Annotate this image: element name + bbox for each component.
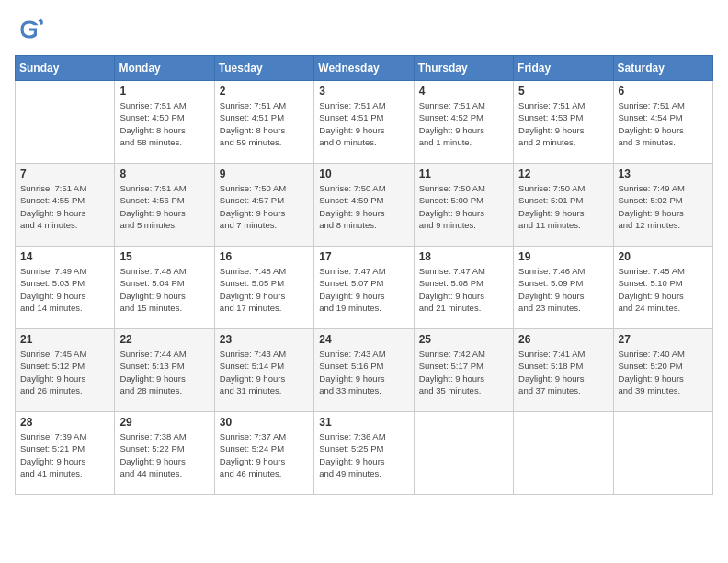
calendar-cell: 7Sunrise: 7:51 AM Sunset: 4:55 PM Daylig… [16, 164, 115, 247]
calendar-cell: 10Sunrise: 7:50 AM Sunset: 4:59 PM Dayli… [314, 164, 414, 247]
header-saturday: Saturday [613, 56, 712, 81]
day-info: Sunrise: 7:51 AM Sunset: 4:53 PM Dayligh… [518, 99, 608, 148]
calendar-cell: 30Sunrise: 7:37 AM Sunset: 5:24 PM Dayli… [214, 412, 313, 495]
day-number: 30 [220, 416, 309, 429]
day-number: 1 [119, 85, 209, 98]
day-info: Sunrise: 7:46 AM Sunset: 5:09 PM Dayligh… [518, 265, 608, 314]
calendar-cell: 5Sunrise: 7:51 AM Sunset: 4:53 PM Daylig… [514, 81, 613, 164]
day-info: Sunrise: 7:51 AM Sunset: 4:52 PM Dayligh… [419, 99, 508, 148]
day-info: Sunrise: 7:51 AM Sunset: 4:55 PM Dayligh… [20, 182, 109, 231]
day-info: Sunrise: 7:48 AM Sunset: 5:05 PM Dayligh… [220, 265, 309, 314]
calendar-cell: 4Sunrise: 7:51 AM Sunset: 4:52 PM Daylig… [414, 81, 513, 164]
day-info: Sunrise: 7:41 AM Sunset: 5:18 PM Dayligh… [518, 348, 608, 396]
calendar-cell: 3Sunrise: 7:51 AM Sunset: 4:51 PM Daylig… [314, 81, 414, 164]
day-number: 12 [518, 167, 608, 180]
day-number: 11 [419, 167, 508, 180]
day-info: Sunrise: 7:42 AM Sunset: 5:17 PM Dayligh… [419, 348, 508, 396]
header-monday: Monday [115, 56, 214, 81]
calendar-cell: 9Sunrise: 7:50 AM Sunset: 4:57 PM Daylig… [214, 164, 313, 247]
calendar-cell: 29Sunrise: 7:38 AM Sunset: 5:22 PM Dayli… [115, 412, 214, 495]
calendar-cell: 20Sunrise: 7:45 AM Sunset: 5:10 PM Dayli… [613, 247, 712, 329]
calendar-cell: 8Sunrise: 7:51 AM Sunset: 4:56 PM Daylig… [115, 164, 214, 247]
day-info: Sunrise: 7:50 AM Sunset: 4:59 PM Dayligh… [319, 182, 408, 231]
day-info: Sunrise: 7:45 AM Sunset: 5:12 PM Dayligh… [20, 348, 109, 396]
day-number: 3 [319, 85, 408, 98]
day-number: 7 [20, 167, 109, 180]
calendar-cell: 23Sunrise: 7:43 AM Sunset: 5:14 PM Dayli… [214, 329, 313, 412]
calendar-cell: 31Sunrise: 7:36 AM Sunset: 5:25 PM Dayli… [314, 412, 414, 495]
day-number: 19 [518, 250, 608, 263]
day-info: Sunrise: 7:36 AM Sunset: 5:25 PM Dayligh… [319, 431, 408, 479]
calendar-cell: 16Sunrise: 7:48 AM Sunset: 5:05 PM Dayli… [214, 247, 313, 329]
day-info: Sunrise: 7:50 AM Sunset: 5:00 PM Dayligh… [419, 182, 508, 231]
day-info: Sunrise: 7:45 AM Sunset: 5:10 PM Dayligh… [619, 265, 708, 314]
header-wednesday: Wednesday [314, 56, 414, 81]
day-number: 24 [319, 333, 408, 346]
page-header [15, 15, 713, 44]
day-number: 28 [20, 416, 109, 429]
calendar-cell: 26Sunrise: 7:41 AM Sunset: 5:18 PM Dayli… [514, 329, 613, 412]
calendar-cell: 1Sunrise: 7:51 AM Sunset: 4:50 PM Daylig… [115, 81, 214, 164]
calendar-cell: 12Sunrise: 7:50 AM Sunset: 5:01 PM Dayli… [514, 164, 613, 247]
day-info: Sunrise: 7:43 AM Sunset: 5:14 PM Dayligh… [220, 348, 309, 396]
day-info: Sunrise: 7:44 AM Sunset: 5:13 PM Dayligh… [119, 348, 209, 396]
day-number: 29 [119, 416, 209, 429]
day-number: 20 [619, 250, 708, 263]
calendar-cell [514, 412, 613, 495]
day-info: Sunrise: 7:47 AM Sunset: 5:07 PM Dayligh… [319, 265, 408, 314]
day-number: 23 [220, 333, 309, 346]
week-row-4: 28Sunrise: 7:39 AM Sunset: 5:21 PM Dayli… [16, 412, 713, 495]
header-friday: Friday [514, 56, 613, 81]
week-row-2: 14Sunrise: 7:49 AM Sunset: 5:03 PM Dayli… [16, 247, 713, 329]
header-tuesday: Tuesday [214, 56, 313, 81]
calendar-cell: 28Sunrise: 7:39 AM Sunset: 5:21 PM Dayli… [16, 412, 115, 495]
calendar-cell [613, 412, 712, 495]
day-info: Sunrise: 7:38 AM Sunset: 5:22 PM Dayligh… [119, 431, 209, 479]
logo [15, 15, 48, 44]
week-row-3: 21Sunrise: 7:45 AM Sunset: 5:12 PM Dayli… [16, 329, 713, 412]
day-number: 26 [518, 333, 608, 346]
calendar-cell: 13Sunrise: 7:49 AM Sunset: 5:02 PM Dayli… [613, 164, 712, 247]
day-number: 10 [319, 167, 408, 180]
day-number: 18 [419, 250, 508, 263]
day-info: Sunrise: 7:48 AM Sunset: 5:04 PM Dayligh… [119, 265, 209, 314]
calendar-table: SundayMondayTuesdayWednesdayThursdayFrid… [15, 55, 713, 495]
day-info: Sunrise: 7:49 AM Sunset: 5:02 PM Dayligh… [619, 182, 708, 231]
header-thursday: Thursday [414, 56, 513, 81]
day-number: 25 [419, 333, 508, 346]
calendar-cell [414, 412, 513, 495]
day-info: Sunrise: 7:51 AM Sunset: 4:51 PM Dayligh… [220, 99, 309, 148]
day-info: Sunrise: 7:51 AM Sunset: 4:54 PM Dayligh… [619, 99, 708, 148]
calendar-cell: 24Sunrise: 7:43 AM Sunset: 5:16 PM Dayli… [314, 329, 414, 412]
calendar-cell: 14Sunrise: 7:49 AM Sunset: 5:03 PM Dayli… [16, 247, 115, 329]
day-info: Sunrise: 7:51 AM Sunset: 4:50 PM Dayligh… [119, 99, 209, 148]
week-row-0: 1Sunrise: 7:51 AM Sunset: 4:50 PM Daylig… [16, 81, 713, 164]
day-info: Sunrise: 7:47 AM Sunset: 5:08 PM Dayligh… [419, 265, 508, 314]
calendar-cell: 18Sunrise: 7:47 AM Sunset: 5:08 PM Dayli… [414, 247, 513, 329]
header-row: SundayMondayTuesdayWednesdayThursdayFrid… [16, 56, 713, 81]
calendar-cell: 15Sunrise: 7:48 AM Sunset: 5:04 PM Dayli… [115, 247, 214, 329]
day-info: Sunrise: 7:49 AM Sunset: 5:03 PM Dayligh… [20, 265, 109, 314]
day-number: 4 [419, 85, 508, 98]
calendar-cell: 27Sunrise: 7:40 AM Sunset: 5:20 PM Dayli… [613, 329, 712, 412]
day-number: 8 [119, 167, 209, 180]
day-info: Sunrise: 7:37 AM Sunset: 5:24 PM Dayligh… [220, 431, 309, 479]
day-info: Sunrise: 7:51 AM Sunset: 4:56 PM Dayligh… [119, 182, 209, 231]
day-number: 9 [220, 167, 309, 180]
day-number: 2 [220, 85, 309, 98]
day-number: 16 [220, 250, 309, 263]
day-info: Sunrise: 7:51 AM Sunset: 4:51 PM Dayligh… [319, 99, 408, 148]
day-number: 21 [20, 333, 109, 346]
day-number: 17 [319, 250, 408, 263]
day-info: Sunrise: 7:39 AM Sunset: 5:21 PM Dayligh… [20, 431, 109, 479]
day-info: Sunrise: 7:40 AM Sunset: 5:20 PM Dayligh… [619, 348, 708, 396]
calendar-cell: 22Sunrise: 7:44 AM Sunset: 5:13 PM Dayli… [115, 329, 214, 412]
day-number: 27 [619, 333, 708, 346]
day-info: Sunrise: 7:50 AM Sunset: 4:57 PM Dayligh… [220, 182, 309, 231]
day-number: 5 [518, 85, 608, 98]
day-number: 14 [20, 250, 109, 263]
calendar-cell: 25Sunrise: 7:42 AM Sunset: 5:17 PM Dayli… [414, 329, 513, 412]
day-info: Sunrise: 7:50 AM Sunset: 5:01 PM Dayligh… [518, 182, 608, 231]
day-number: 31 [319, 416, 408, 429]
header-sunday: Sunday [16, 56, 115, 81]
